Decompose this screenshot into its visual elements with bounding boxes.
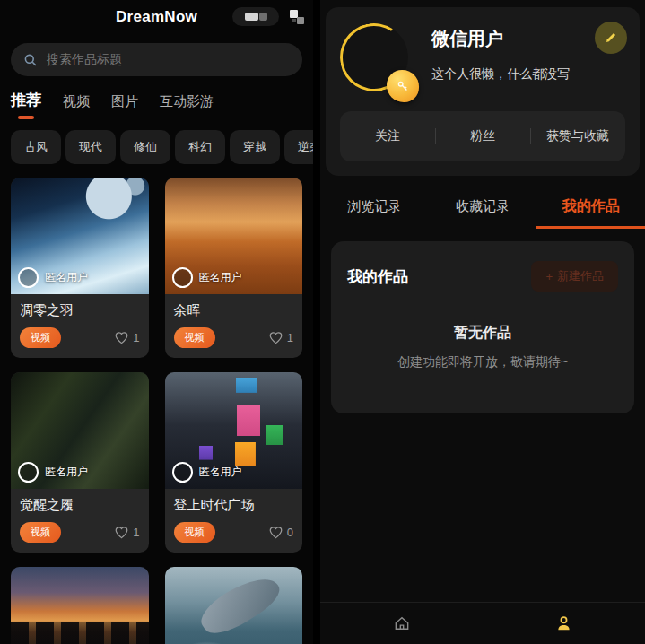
heart-icon xyxy=(269,527,283,539)
card-info: 凋零之羽 视频 1 xyxy=(11,294,149,358)
capsule-rect-dim-icon xyxy=(259,13,267,21)
card-info: 觉醒之履 视频 1 xyxy=(11,489,149,553)
edit-profile-button[interactable] xyxy=(595,22,627,54)
tab-recommend[interactable]: 推荐 xyxy=(11,90,41,119)
work-card[interactable]: 匿名用户 xyxy=(165,567,303,644)
stat-likes-favorites[interactable]: 获赞与收藏 xyxy=(530,128,625,144)
my-works-panel: 我的作品 + 新建作品 暂无作品 创建功能即将开放，敬请期待~ xyxy=(331,241,634,413)
empty-subtitle: 创建功能即将开放，敬请期待~ xyxy=(347,354,618,370)
bottom-nav xyxy=(320,602,645,644)
home-icon xyxy=(393,614,411,632)
search-input[interactable]: 搜索作品标题 xyxy=(11,43,302,76)
key-icon xyxy=(396,79,411,94)
card-cover-times-square: 匿名用户 xyxy=(165,372,303,489)
like-count-value: 1 xyxy=(133,526,139,539)
profile-stats-bar: 关注 粉丝 获赞与收藏 xyxy=(340,111,625,161)
author-name: 匿名用户 xyxy=(199,465,242,480)
heart-icon xyxy=(115,527,128,539)
card-cover-green-jacket: 匿名用户 xyxy=(11,372,149,489)
capsule-more-button[interactable] xyxy=(232,7,279,26)
user-bio: 这个人很懒，什么都没写 xyxy=(431,66,570,83)
work-card[interactable]: 匿名用户 登上时代广场 视频 0 xyxy=(165,372,303,553)
plus-icon: + xyxy=(545,270,553,283)
video-tag: 视频 xyxy=(20,522,61,543)
work-card[interactable]: 匿名用户 余晖 视频 1 xyxy=(165,178,303,358)
search-placeholder: 搜索作品标题 xyxy=(47,52,122,68)
like-count[interactable]: 1 xyxy=(115,526,139,539)
card-author: 匿名用户 xyxy=(172,462,242,483)
tab-interactive[interactable]: 互动影游 xyxy=(160,93,214,119)
like-count[interactable]: 1 xyxy=(269,331,293,344)
chip-modern[interactable]: 现代 xyxy=(65,130,116,164)
like-count-value: 0 xyxy=(287,526,293,539)
chip-chuanyue[interactable]: 穿越 xyxy=(230,130,280,164)
stat-following[interactable]: 关注 xyxy=(340,128,435,144)
username: 微信用户 xyxy=(431,27,570,51)
work-card[interactable]: 匿名用户 觉醒之履 视频 1 xyxy=(11,372,149,553)
card-info: 余晖 视频 1 xyxy=(165,294,303,358)
heart-icon xyxy=(115,332,128,344)
video-tag: 视频 xyxy=(174,522,215,543)
card-cover-frozen-planet: 匿名用户 xyxy=(11,178,149,294)
left-header: DreamNow xyxy=(0,0,313,34)
author-avatar xyxy=(18,267,39,288)
stat-fans[interactable]: 粉丝 xyxy=(435,128,530,144)
like-count[interactable]: 1 xyxy=(115,331,139,344)
card-author: 匿名用户 xyxy=(18,267,88,288)
card-cover-breaching-whale: 匿名用户 xyxy=(165,567,303,644)
stage: DreamNow 搜索作品标题 推荐 视频 图片 互动影 xyxy=(0,0,645,644)
heart-icon xyxy=(269,332,283,344)
miniprogram-capsule xyxy=(232,7,306,26)
nav-home[interactable] xyxy=(320,614,483,632)
profile-tabs: 浏览记录 收藏记录 我的作品 xyxy=(320,187,645,229)
profile-icon xyxy=(554,614,573,633)
stacked-squares-icon[interactable] xyxy=(288,8,306,26)
avatar-key-badge xyxy=(387,70,419,102)
tab-video[interactable]: 视频 xyxy=(63,93,90,119)
video-tag: 视频 xyxy=(174,327,215,348)
like-count-value: 1 xyxy=(287,331,293,344)
card-title: 余晖 xyxy=(174,302,294,319)
author-avatar xyxy=(18,462,39,483)
my-works-heading: 我的作品 xyxy=(347,266,408,287)
discover-screen: DreamNow 搜索作品标题 推荐 视频 图片 互动影 xyxy=(0,0,313,644)
card-title: 觉醒之履 xyxy=(20,497,140,514)
capsule-rect-icon xyxy=(245,13,258,21)
card-author: 匿名用户 xyxy=(172,267,242,288)
pencil-icon xyxy=(604,30,618,45)
like-count[interactable]: 0 xyxy=(269,526,293,539)
card-cover-mars-desert: 匿名用户 xyxy=(165,178,303,294)
user-avatar[interactable] xyxy=(340,23,412,95)
search-icon xyxy=(23,53,38,67)
chip-xiuxian[interactable]: 修仙 xyxy=(120,130,170,164)
genre-chips: 古风 现代 修仙 科幻 穿越 逆袭 xyxy=(11,130,313,164)
author-name: 匿名用户 xyxy=(45,270,88,285)
chip-nixi[interactable]: 逆袭 xyxy=(284,130,313,164)
card-cover-city-sunset: 匿名用户 xyxy=(11,567,149,644)
tab-image[interactable]: 图片 xyxy=(111,93,138,119)
card-author: 匿名用户 xyxy=(18,462,88,483)
author-name: 匿名用户 xyxy=(45,465,88,480)
card-title: 凋零之羽 xyxy=(20,302,140,319)
card-title: 登上时代广场 xyxy=(174,497,294,514)
like-count-value: 1 xyxy=(133,331,139,344)
author-name: 匿名用户 xyxy=(199,270,242,285)
profile-screen: 微信用户 这个人很懒，什么都没写 关注 粉丝 获赞与收藏 浏览记录 收藏记录 我… xyxy=(320,0,645,644)
work-card[interactable]: 匿名用户 凋零之羽 视频 1 xyxy=(11,178,149,358)
author-avatar xyxy=(172,267,193,288)
tab-favorites[interactable]: 收藏记录 xyxy=(429,187,537,229)
tab-browse-history[interactable]: 浏览记录 xyxy=(320,187,429,229)
video-tag: 视频 xyxy=(20,327,61,348)
new-work-button[interactable]: + 新建作品 xyxy=(531,261,618,292)
tab-my-works[interactable]: 我的作品 xyxy=(536,187,645,229)
new-work-button-label: 新建作品 xyxy=(557,268,604,284)
chip-guofeng[interactable]: 古风 xyxy=(11,130,61,164)
empty-state: 暂无作品 创建功能即将开放，敬请期待~ xyxy=(347,324,618,370)
category-tabs: 推荐 视频 图片 互动影游 xyxy=(11,90,302,119)
work-card[interactable]: 匿名用户 xyxy=(11,567,149,644)
empty-title: 暂无作品 xyxy=(347,324,618,343)
nav-profile[interactable] xyxy=(483,614,645,633)
profile-header: 微信用户 这个人很懒，什么都没写 关注 粉丝 获赞与收藏 xyxy=(326,7,640,176)
chip-scifi[interactable]: 科幻 xyxy=(175,130,225,164)
works-feed: 匿名用户 凋零之羽 视频 1 xyxy=(11,178,302,644)
